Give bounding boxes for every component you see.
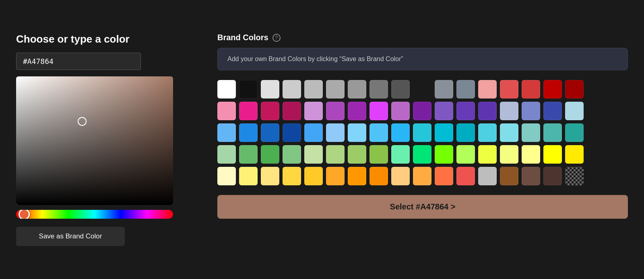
swatch-gray6[interactable] (369, 80, 388, 98)
swatch-red1[interactable] (500, 80, 518, 98)
swatch-orange1[interactable] (326, 167, 345, 185)
swatch-indigo2[interactable] (456, 102, 475, 120)
swatch-gray4[interactable] (326, 80, 345, 98)
swatch-pink1[interactable] (217, 102, 236, 120)
swatch-lime1[interactable] (391, 145, 410, 164)
swatch-bluegray2[interactable] (456, 80, 475, 98)
swatch-lgr2[interactable] (326, 145, 345, 164)
page-title: Choose or type a color (16, 33, 193, 45)
swatch-cyan2[interactable] (391, 123, 410, 142)
swatch-red3[interactable] (543, 80, 562, 98)
hue-slider-bg (16, 210, 173, 219)
swatch-white[interactable] (217, 80, 236, 98)
swatch-yellow4[interactable] (543, 145, 562, 164)
help-icon[interactable]: ? (272, 34, 281, 42)
swatch-gray1[interactable] (261, 80, 279, 98)
swatch-lgr3[interactable] (348, 145, 366, 164)
swatch-purple6[interactable] (413, 102, 431, 120)
swatch-purple4[interactable] (369, 102, 388, 120)
swatch-amber3[interactable] (304, 167, 323, 185)
swatch-yellow5[interactable] (565, 145, 584, 164)
swatch-red2[interactable] (522, 80, 540, 98)
swatch-black[interactable] (239, 80, 258, 98)
swatch-teal3[interactable] (565, 123, 584, 142)
swatch-green3[interactable] (261, 145, 279, 164)
swatch-pink-light[interactable] (478, 80, 497, 98)
swatch-peach2[interactable] (413, 167, 431, 185)
swatch-blue1[interactable] (217, 123, 236, 142)
swatch-transparent[interactable] (565, 167, 584, 185)
swatch-amber1[interactable] (261, 167, 279, 185)
swatch-gray2[interactable] (283, 80, 301, 98)
swatch-deeporange1[interactable] (435, 167, 453, 185)
swatch-brown3[interactable] (543, 167, 562, 185)
swatch-cyan7[interactable] (500, 123, 518, 142)
brand-colors-title: Brand Colors (217, 33, 268, 42)
swatch-pink2[interactable] (239, 102, 258, 120)
swatch-cyan1[interactable] (369, 123, 388, 142)
swatch-yllw1[interactable] (217, 167, 236, 185)
swatch-blue3[interactable] (261, 123, 279, 142)
swatch-purple3[interactable] (348, 102, 366, 120)
swatch-cyan5[interactable] (456, 123, 475, 142)
hex-input[interactable] (16, 53, 141, 70)
color-row-5 (217, 167, 628, 185)
swatch-peach1[interactable] (391, 167, 410, 185)
swatch-pink4[interactable] (283, 102, 301, 120)
swatch-light-blue[interactable] (565, 102, 584, 120)
color-picker-container: Choose or type a color Save as Brand Col… (16, 33, 628, 246)
swatch-orange3[interactable] (369, 167, 388, 185)
swatch-yllw2[interactable] (239, 167, 258, 185)
save-brand-color-button[interactable]: Save as Brand Color (16, 227, 125, 246)
hue-slider[interactable] (16, 210, 173, 219)
swatch-yellow2[interactable] (500, 145, 518, 164)
brand-colors-header: Brand Colors ? (217, 33, 628, 42)
swatch-green4[interactable] (283, 145, 301, 164)
swatch-blue-dark[interactable] (543, 102, 562, 120)
left-panel: Choose or type a color Save as Brand Col… (16, 33, 193, 246)
swatch-cyan6[interactable] (478, 123, 497, 142)
swatch-cyan3[interactable] (413, 123, 431, 142)
swatch-indigo1[interactable] (435, 102, 453, 120)
swatch-blue4[interactable] (283, 123, 301, 142)
right-panel: Brand Colors ? Add your own Brand Colors… (217, 33, 628, 246)
swatch-blue5[interactable] (304, 123, 323, 142)
brand-colors-hint: Add your own Brand Colors by clicking “S… (217, 48, 628, 70)
swatch-blue2[interactable] (239, 123, 258, 142)
swatch-yellow1[interactable] (478, 145, 497, 164)
swatch-teal2[interactable] (543, 123, 562, 142)
swatch-blue7[interactable] (348, 123, 366, 142)
swatch-cyan4[interactable] (435, 123, 453, 142)
swatch-red4[interactable] (565, 80, 584, 98)
swatch-deeporange2[interactable] (456, 167, 475, 185)
select-color-button[interactable]: Select #A47864 > (217, 195, 628, 219)
swatch-slate2[interactable] (522, 102, 540, 120)
swatch-green1[interactable] (217, 145, 236, 164)
swatch-lgr1[interactable] (304, 145, 323, 164)
color-picker-area[interactable] (16, 76, 173, 205)
swatch-indigo3[interactable] (478, 102, 497, 120)
swatch-lime2[interactable] (413, 145, 431, 164)
swatch-teal1[interactable] (522, 123, 540, 142)
swatch-orange2[interactable] (348, 167, 366, 185)
color-row-3 (217, 123, 628, 142)
swatch-lime3[interactable] (435, 145, 453, 164)
swatch-gray5[interactable] (348, 80, 366, 98)
swatch-brown2[interactable] (522, 167, 540, 185)
swatch-blue6[interactable] (326, 123, 345, 142)
swatch-gray3[interactable] (304, 80, 323, 98)
swatch-bluegray1[interactable] (435, 80, 453, 98)
swatch-purple5[interactable] (391, 102, 410, 120)
swatch-green2[interactable] (239, 145, 258, 164)
swatch-purple1[interactable] (304, 102, 323, 120)
swatch-purple2[interactable] (326, 102, 345, 120)
swatch-amber2[interactable] (283, 167, 301, 185)
swatch-brown1[interactable] (500, 167, 518, 185)
swatch-silvergray[interactable] (478, 167, 497, 185)
swatch-lgr4[interactable] (369, 145, 388, 164)
swatch-slate1[interactable] (500, 102, 518, 120)
swatch-pink3[interactable] (261, 102, 279, 120)
swatch-yellow3[interactable] (522, 145, 540, 164)
swatch-gray7[interactable] (391, 80, 410, 98)
swatch-lime4[interactable] (456, 145, 475, 164)
